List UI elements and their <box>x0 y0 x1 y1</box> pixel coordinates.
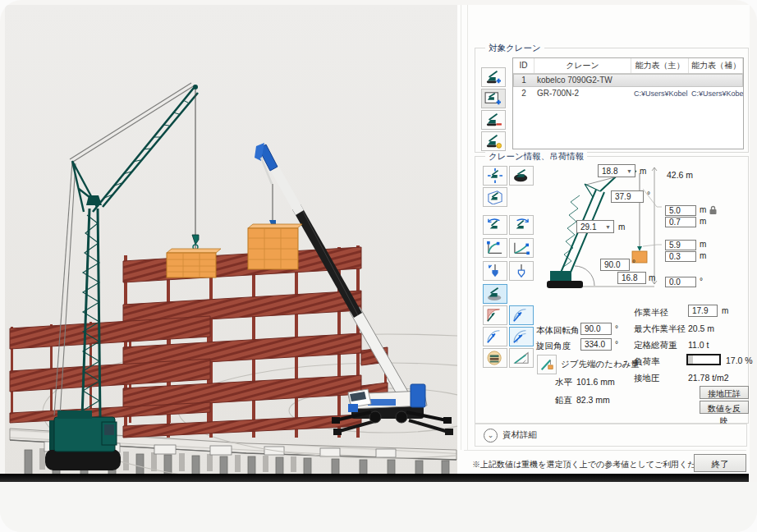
crane-table-header: ID クレーン 能力表（主） 能力表（補） <box>513 58 743 74</box>
load-ratio-label: 負荷率 <box>634 356 660 368</box>
3d-viewport[interactable] <box>5 5 457 475</box>
offset5-input[interactable] <box>665 277 696 287</box>
divider <box>461 5 461 450</box>
ground-pressure-label: 接地圧 <box>634 373 660 384</box>
rotate-crane-right-button[interactable] <box>509 215 534 235</box>
divider <box>464 450 746 451</box>
col-capacity-main: 能力表（主） <box>631 58 689 73</box>
base-radius-input[interactable] <box>617 272 646 284</box>
hook-up-button[interactable] <box>483 261 507 281</box>
max-radius-value: 20.5 m <box>688 323 714 333</box>
crane-table: ID クレーン 能力表（主） 能力表（補） 1 kobelco 7090G2-T… <box>512 57 744 149</box>
crawler-tracks <box>45 449 121 470</box>
load-ratio-bar <box>686 354 721 365</box>
rotate-crane-right-icon <box>512 218 530 232</box>
cell-main <box>631 74 689 87</box>
ground-pressure-value: 21.78 t/m2 <box>688 373 729 383</box>
rotate-crane-left-button[interactable] <box>483 215 507 235</box>
boom-angle-down-icon <box>512 241 530 255</box>
remove-crane-button[interactable] <box>481 110 506 130</box>
swing-angle-input[interactable] <box>580 338 612 351</box>
offset1-input[interactable] <box>665 205 696 216</box>
arc-range-1-button[interactable] <box>483 327 507 346</box>
hook-up-icon <box>486 264 504 278</box>
boom-angle-input[interactable] <box>600 259 630 271</box>
offset4-input[interactable] <box>665 251 696 262</box>
cell-sub: C:¥Users¥Kobel <box>689 87 743 100</box>
base-radius-unit: m <box>649 273 655 282</box>
offset4-unit: m <box>700 251 706 260</box>
offset2-unit: m <box>700 217 706 226</box>
add-crane-icon <box>484 70 502 85</box>
exit-button[interactable]: 終了 <box>694 454 746 472</box>
move-crane-icon <box>486 168 504 183</box>
edit-crane-button[interactable] <box>481 131 506 151</box>
rotate-crane-left-icon <box>486 218 504 232</box>
crane-selected-button[interactable] <box>483 284 507 304</box>
crane-hook <box>192 235 199 245</box>
crane-3d-box-button[interactable] <box>483 187 507 207</box>
rated-load-value: 11.0 t <box>688 340 709 350</box>
jib-length-combo[interactable]: 18.8▼ <box>598 164 635 177</box>
work-radius-input[interactable] <box>688 305 718 317</box>
jib-length-value: 18.8 <box>602 167 617 176</box>
material-detail-expander[interactable]: ⌄ 資材詳細 <box>475 424 747 447</box>
add-crane-button[interactable] <box>481 67 506 87</box>
offset2-input[interactable] <box>665 217 696 227</box>
crane-3d-box-icon <box>486 190 504 204</box>
jib-triangle-icon <box>512 351 530 365</box>
body-rotation-label: 本体回転角 <box>536 325 580 337</box>
hook-down-icon <box>512 264 530 278</box>
swing-angle-unit: ° <box>615 340 618 349</box>
boom-length-unit: m <box>618 222 625 232</box>
deflection-horizontal-value: 101.6 mm <box>576 377 615 387</box>
materials-button[interactable] <box>483 348 507 368</box>
boom-angle-down-button[interactable] <box>509 238 534 258</box>
chevron-down-icon: ▼ <box>626 168 632 174</box>
offset1-unit: m <box>700 205 706 214</box>
3d-scene <box>5 5 457 475</box>
jib-angle-input[interactable] <box>611 190 644 203</box>
control-panel: 対象クレーン <box>457 5 750 475</box>
cell-sub <box>689 74 743 87</box>
jib-length-unit: m <box>640 167 646 176</box>
add-crane-file-button[interactable] <box>481 89 506 108</box>
hook-down-button[interactable] <box>509 261 534 281</box>
remove-crane-icon <box>484 112 502 127</box>
apply-values-button[interactable]: 数値を反映 <box>700 401 749 414</box>
table-row[interactable]: 2 GR-700N-2 C:¥Users¥Kobel C:¥Users¥Kobe… <box>513 87 743 100</box>
materials-icon <box>486 351 504 365</box>
col-id: ID <box>513 58 534 73</box>
arc-range-1-icon <box>486 329 504 344</box>
add-crane-file-icon <box>484 91 502 106</box>
ground-pressure-detail-button[interactable]: 接地圧詳細 <box>700 386 749 399</box>
boom-length-combo[interactable]: 29.1▼ <box>576 220 614 233</box>
boom-angle-unit: ° <box>632 259 635 268</box>
load-ratio-value: 17.0 % <box>726 355 753 365</box>
arc-range-2-button[interactable] <box>509 327 534 346</box>
body-rotation-input[interactable] <box>580 323 612 335</box>
divider <box>467 5 468 450</box>
cell-main: C:¥Users¥Kobel <box>631 87 689 100</box>
move-crane-button[interactable] <box>483 166 507 186</box>
deflection-vertical-value: 82.3 mm <box>576 395 610 405</box>
swing-range-red-button[interactable] <box>483 305 507 325</box>
edit-crane-icon <box>484 134 502 149</box>
crane-top-view-button[interactable] <box>509 166 534 186</box>
swing-range-blue-button[interactable] <box>509 305 534 325</box>
offset3-input[interactable] <box>665 240 696 250</box>
deflection-horizontal-label: 水平 <box>555 377 572 388</box>
boom-angle-up-button[interactable] <box>483 238 507 258</box>
col-crane: クレーン <box>534 58 631 73</box>
table-row[interactable]: 1 kobelco 7090G2-TW <box>513 74 743 87</box>
offset3-unit: m <box>700 240 706 249</box>
cell-name: kobelco 7090G2-TW <box>534 74 631 87</box>
crane-selected-icon <box>486 287 504 301</box>
max-radius-label: 最大作業半径 <box>634 323 686 335</box>
offset5-unit: ° <box>700 277 703 286</box>
cell-id: 2 <box>513 87 534 100</box>
body-rotation-unit: ° <box>615 324 618 333</box>
chevron-down-icon: ▼ <box>605 224 611 230</box>
jib-triangle-button[interactable] <box>509 348 534 368</box>
jib-angle-unit: ° <box>647 190 650 200</box>
